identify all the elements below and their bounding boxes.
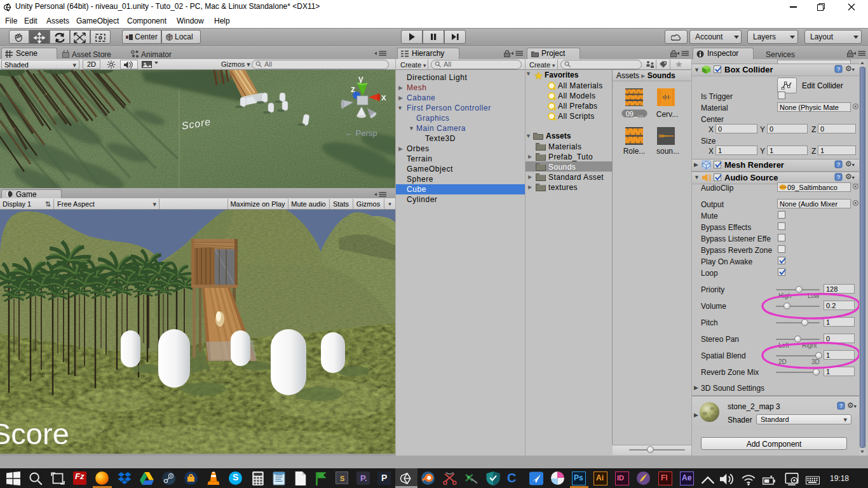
svg-text:← Persp: ← Persp (345, 128, 377, 138)
svg-text:?: ? (837, 66, 840, 72)
svg-text:y: y (358, 74, 363, 84)
svg-text:?: ? (837, 161, 840, 168)
svg-text:?: ? (839, 403, 843, 409)
svg-text:x: x (381, 92, 386, 102)
svg-text:?: ? (837, 174, 840, 180)
svg-text:Score: Score (0, 417, 69, 451)
